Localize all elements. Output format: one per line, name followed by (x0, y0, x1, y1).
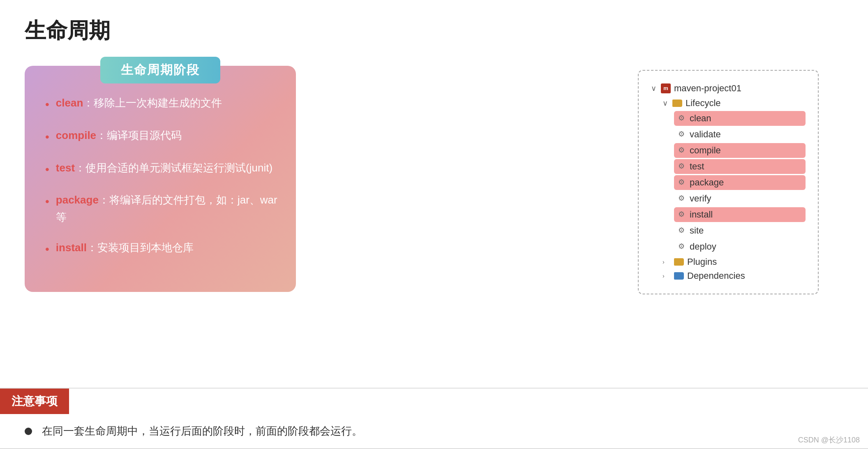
tree-item-compile[interactable]: ⚙ compile (674, 143, 806, 158)
lifecycle-item-test: • test：使用合适的单元测试框架运行测试(junit) (45, 160, 279, 179)
tree-item-clean[interactable]: ⚙ clean (674, 111, 806, 126)
note-bullet-icon (25, 428, 32, 435)
desc-clean: ：移除上一次构建生成的文件 (83, 97, 222, 109)
watermark: CSDN @长沙1108 (798, 435, 860, 445)
label-validate: validate (690, 129, 721, 140)
lifecycle-items-container: ⚙ clean ⚙ validate ⚙ compile ⚙ test (651, 111, 806, 254)
tree-row-plugins[interactable]: › Plugins (651, 256, 806, 268)
label-install: install (690, 209, 713, 220)
gear-icon-compile: ⚙ (678, 146, 686, 155)
bullet-3: • (45, 160, 49, 179)
gear-icon-test: ⚙ (678, 162, 686, 171)
gear-icon-package: ⚙ (678, 178, 686, 187)
gear-icon-clean: ⚙ (678, 114, 686, 123)
label-clean: clean (690, 113, 711, 124)
lifecycle-item-install: • install：安装项目到本地仓库 (45, 239, 279, 259)
keyword-test: test (56, 162, 75, 174)
arrow-dependencies: › (663, 273, 670, 279)
gear-icon-deploy: ⚙ (678, 243, 686, 251)
dependencies-folder-icon (674, 272, 684, 280)
keyword-clean: clean (56, 97, 83, 109)
desc-install: ：安装项目到本地仓库 (87, 241, 194, 254)
desc-compile: ：编译项目源代码 (96, 129, 182, 141)
arrow-project: ∨ (651, 84, 658, 93)
lifecycle-item-compile: • compile：编译项目源代码 (45, 127, 279, 146)
note-content: 在同一套生命周期中，当运行后面的阶段时，前面的阶段都会运行。 (0, 414, 868, 448)
card-header: 生命周期阶段 (100, 57, 220, 83)
keyword-compile: compile (56, 129, 96, 141)
tree-row-dependencies[interactable]: › Dependencies (651, 270, 806, 282)
lifecycle-card: 生命周期阶段 • clean：移除上一次构建生成的文件 • compile：编译… (25, 66, 296, 292)
tree-panel: ∨ m maven-project01 ∨ Lifecycle ⚙ clean (638, 70, 819, 294)
page-title: 生命周期 (25, 16, 843, 45)
tree-item-deploy[interactable]: ⚙ deploy (674, 239, 806, 254)
project-label: maven-project01 (674, 83, 741, 94)
tree-item-site[interactable]: ⚙ site (674, 223, 806, 238)
arrow-plugins: › (663, 259, 670, 265)
bullet-5: • (45, 240, 49, 259)
note-section: 注意事项 在同一套生命周期中，当运行后面的阶段时，前面的阶段都会运行。 (0, 388, 868, 449)
plugins-folder-icon (674, 258, 684, 266)
arrow-lifecycle: ∨ (663, 99, 670, 108)
bullet-2: • (45, 128, 49, 146)
gear-icon-site: ⚙ (678, 227, 686, 235)
label-site: site (690, 225, 704, 236)
tree-item-install[interactable]: ⚙ install (674, 207, 806, 222)
label-deploy: deploy (690, 241, 716, 252)
tree-row-lifecycle: ∨ Lifecycle (651, 97, 806, 109)
note-text: 在同一套生命周期中，当运行后面的阶段时，前面的阶段都会运行。 (42, 424, 362, 438)
desc-test: ：使用合适的单元测试框架运行测试(junit) (75, 162, 272, 174)
label-compile: compile (690, 145, 721, 156)
lifecycle-item-clean: • clean：移除上一次构建生成的文件 (45, 95, 279, 114)
lifecycle-folder-icon (672, 100, 682, 107)
bullet-4: • (45, 192, 49, 211)
lifecycle-label: Lifecycle (686, 98, 721, 109)
maven-icon: m (661, 83, 671, 93)
tree-row-project: ∨ m maven-project01 (651, 82, 806, 95)
tree-item-test[interactable]: ⚙ test (674, 159, 806, 174)
lifecycle-item-package: • package：将编译后的文件打包，如：jar、war等 (45, 192, 279, 226)
keyword-install: install (56, 241, 87, 254)
dependencies-label: Dependencies (687, 271, 745, 281)
tree-item-package[interactable]: ⚙ package (674, 175, 806, 190)
gear-icon-validate: ⚙ (678, 130, 686, 139)
label-test: test (690, 161, 704, 172)
label-package: package (690, 177, 724, 188)
tree-item-validate[interactable]: ⚙ validate (674, 127, 806, 142)
tree-item-verify[interactable]: ⚙ verify (674, 191, 806, 206)
note-header: 注意事项 (0, 389, 69, 414)
bullet-1: • (45, 95, 49, 114)
plugins-label: Plugins (687, 257, 717, 267)
gear-icon-verify: ⚙ (678, 194, 686, 203)
gear-icon-install: ⚙ (678, 211, 686, 219)
keyword-package: package (56, 194, 99, 206)
label-verify: verify (690, 193, 711, 204)
